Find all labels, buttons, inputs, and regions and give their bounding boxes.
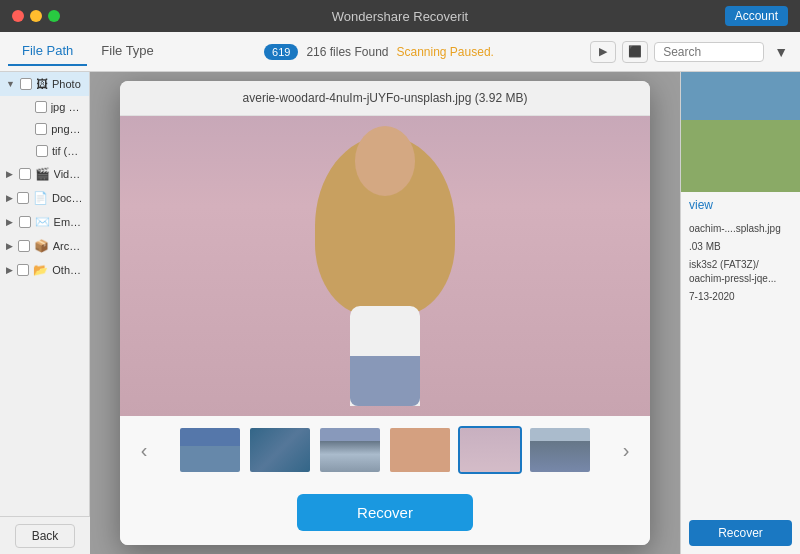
recover-button-main[interactable]: Recover: [297, 494, 473, 531]
traffic-lights: [12, 10, 60, 22]
sidebar-label-jpg: jpg (23): [51, 101, 83, 113]
preview-main-image: [120, 116, 650, 416]
right-panel-info: oachim-....splash.jpg .03 MB isk3s2 (FAT…: [681, 214, 800, 512]
thumbnail-3[interactable]: [318, 426, 382, 474]
date-info: 7-13-2020: [689, 290, 792, 304]
sidebar-item-document[interactable]: ▶ 📄 Docum...: [0, 186, 89, 210]
checkbox-photos[interactable]: [20, 78, 32, 90]
minimize-button[interactable]: [30, 10, 42, 22]
tab-file-path[interactable]: File Path: [8, 37, 87, 66]
prev-thumbnail-button[interactable]: ‹: [132, 439, 156, 462]
thumbnail-4[interactable]: [388, 426, 452, 474]
checkbox-archive[interactable]: [18, 240, 30, 252]
checkbox-jpg[interactable]: [35, 101, 47, 113]
sidebar-label-png: png (2): [51, 123, 83, 135]
sidebar-item-photos[interactable]: ▼ 🖼 Photo: [0, 72, 89, 96]
expand-arrow-archive: ▶: [6, 241, 14, 251]
content-area: averie-woodard-4nuIm-jUYFo-unsplash.jpg …: [90, 72, 680, 554]
app-title: Wondershare Recoverit: [332, 9, 468, 24]
tab-file-type[interactable]: File Type: [87, 37, 168, 66]
right-panel-thumbnail: [681, 72, 800, 192]
filesize-info: .03 MB: [689, 240, 792, 254]
sidebar-label-tif: tif (11): [52, 145, 83, 157]
preview-footer: Recover: [120, 484, 650, 545]
filename-info: oachim-....splash.jpg: [689, 222, 792, 236]
sidebar-label-archive: Archiv...: [53, 240, 83, 252]
thumbnail-strip: ‹: [120, 416, 650, 484]
thumbnail-6[interactable]: [528, 426, 592, 474]
sidebar-label-others: Others...: [52, 264, 83, 276]
expand-arrow-icon: ▼: [6, 79, 16, 89]
scanning-status: Scanning Paused.: [396, 45, 493, 59]
maximize-button[interactable]: [48, 10, 60, 22]
thumbnail-image-6: [530, 428, 590, 472]
expand-arrow-email: ▶: [6, 217, 15, 227]
expand-arrow-video: ▶: [6, 169, 15, 179]
jeans-shape: [350, 356, 420, 406]
sidebar: ▼ 🖼 Photo jpg (23) png (2) tif (11) ▶ 🎬 …: [0, 72, 90, 554]
right-panel-bottom: Recover: [681, 512, 800, 554]
checkbox-document[interactable]: [17, 192, 29, 204]
expand-arrow-others: ▶: [6, 265, 13, 275]
sidebar-item-png[interactable]: png (2): [0, 118, 89, 140]
landscape-preview-image: [681, 72, 800, 192]
thumbnail-image-1: [180, 428, 240, 472]
toolbar-actions: ▶ ⬛ ▼: [590, 41, 792, 63]
thumbnail-image-3: [320, 428, 380, 472]
preview-dialog: averie-woodard-4nuIm-jUYFo-unsplash.jpg …: [120, 81, 650, 545]
thumbnail-1[interactable]: [178, 426, 242, 474]
checkbox-email[interactable]: [19, 216, 31, 228]
figure-simulation: [305, 126, 465, 406]
checkbox-others[interactable]: [17, 264, 29, 276]
next-thumbnail-button[interactable]: ›: [614, 439, 638, 462]
head-shape: [355, 126, 415, 196]
thumbnails: [156, 426, 614, 474]
checkbox-png[interactable]: [35, 123, 47, 135]
checkbox-video[interactable]: [19, 168, 31, 180]
recover-button-right[interactable]: Recover: [689, 520, 792, 546]
checkbox-tif[interactable]: [36, 145, 48, 157]
thumbnail-image-4: [390, 428, 450, 472]
title-bar: Wondershare Recoverit Account: [0, 0, 800, 32]
expand-arrow-doc: ▶: [6, 193, 13, 203]
preview-modal: averie-woodard-4nuIm-jUYFo-unsplash.jpg …: [90, 72, 680, 554]
search-input[interactable]: [654, 42, 764, 62]
pause-button[interactable]: ⬛: [622, 41, 648, 63]
bottom-bar: Back: [0, 516, 90, 554]
right-panel: view oachim-....splash.jpg .03 MB isk3s2…: [680, 72, 800, 554]
files-found-label: 216 files Found: [306, 45, 388, 59]
preview-image-simulation: [120, 116, 650, 416]
toolbar: File Path File Type 619 216 files Found …: [0, 32, 800, 72]
sidebar-item-video[interactable]: ▶ 🎬 Video (: [0, 162, 89, 186]
location-info: isk3s2 (FAT3Z)/ oachim-pressl-jqe...: [689, 258, 792, 286]
filter-button[interactable]: ▼: [770, 42, 792, 62]
account-button[interactable]: Account: [725, 6, 788, 26]
sidebar-item-others[interactable]: ▶ 📂 Others...: [0, 258, 89, 282]
sidebar-label-video: Video (: [54, 168, 83, 180]
sidebar-label-document: Docum...: [52, 192, 83, 204]
sidebar-label-photos: Photo: [52, 78, 81, 90]
file-count-badge: 619: [264, 44, 298, 60]
thumbnail-2[interactable]: [248, 426, 312, 474]
sidebar-item-archive[interactable]: ▶ 📦 Archiv...: [0, 234, 89, 258]
back-button[interactable]: Back: [15, 524, 76, 548]
sidebar-label-email: Email (: [54, 216, 83, 228]
sidebar-item-jpg[interactable]: jpg (23): [0, 96, 89, 118]
thumbnail-5[interactable]: [458, 426, 522, 474]
main-layout: ▼ 🖼 Photo jpg (23) png (2) tif (11) ▶ 🎬 …: [0, 72, 800, 554]
sidebar-item-email[interactable]: ▶ ✉️ Email (: [0, 210, 89, 234]
thumbnail-image-5: [460, 428, 520, 472]
preview-dialog-title: averie-woodard-4nuIm-jUYFo-unsplash.jpg …: [120, 81, 650, 116]
close-button[interactable]: [12, 10, 24, 22]
sidebar-item-tif[interactable]: tif (11): [0, 140, 89, 162]
preview-label[interactable]: view: [681, 192, 800, 214]
thumbnail-image-2: [250, 428, 310, 472]
play-button[interactable]: ▶: [590, 41, 616, 63]
toolbar-center: 619 216 files Found Scanning Paused.: [168, 44, 590, 60]
